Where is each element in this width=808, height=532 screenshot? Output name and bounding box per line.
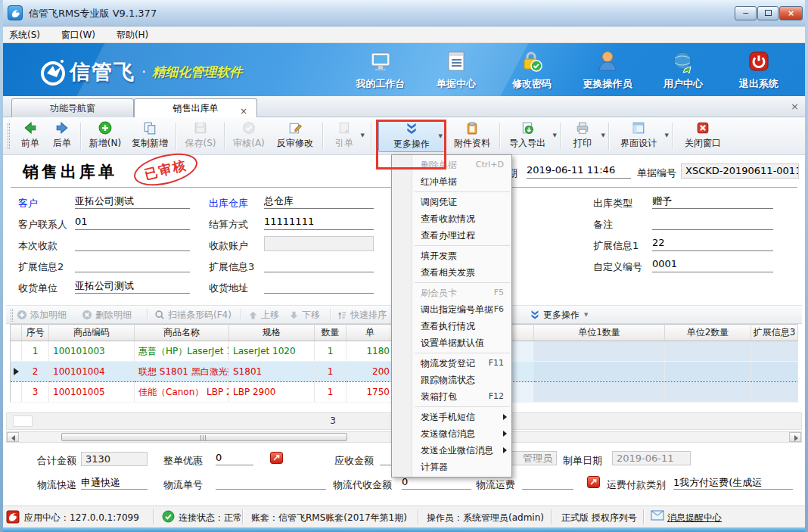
- scroll-right-button[interactable]: [789, 432, 801, 442]
- menu-item-red-reverse[interactable]: 红冲单据: [392, 173, 511, 190]
- address-field[interactable]: [264, 279, 374, 294]
- app-logo-icon: [8, 5, 23, 20]
- down-arrow-icon: [289, 310, 299, 320]
- double-chevron-down-icon: [530, 310, 540, 320]
- receivable-label: 应收金额: [334, 454, 374, 468]
- col-code[interactable]: 商品编码: [49, 325, 135, 341]
- menu-help[interactable]: 帮助(H): [107, 26, 157, 44]
- menu-system[interactable]: 系统(S): [0, 26, 49, 44]
- tab-function-nav[interactable]: 功能导航窗: [11, 98, 134, 117]
- unaudit-button[interactable]: 反审修改: [272, 120, 319, 152]
- row-marker-icon: [14, 368, 19, 375]
- cod-field[interactable]: 0: [402, 476, 471, 490]
- menu-item-view-execution[interactable]: 查看执行情况: [392, 318, 511, 334]
- tabstrip-close-icon[interactable]: ×: [791, 101, 799, 112]
- close-window-button[interactable]: 关闭窗口: [678, 120, 728, 152]
- exit-system-button[interactable]: 退出系统: [729, 49, 788, 91]
- consignee-field[interactable]: 亚拓公司测试: [75, 279, 190, 294]
- ui-design-button[interactable]: 界面设计 ▼: [614, 120, 663, 152]
- discount-tool-icon[interactable]: [270, 452, 283, 464]
- col-spec[interactable]: 规格: [229, 325, 315, 341]
- doc-date-field[interactable]: 2019-06-11 11:46: [527, 164, 631, 179]
- user-center-button[interactable]: 用户中心: [654, 49, 713, 91]
- col-ext3[interactable]: 扩展信息3: [751, 325, 798, 341]
- switch-operator-button[interactable]: 更换操作员: [578, 49, 637, 91]
- contact-field[interactable]: 01: [75, 216, 190, 230]
- next-doc-button[interactable]: 后单: [47, 120, 77, 152]
- account-label: 收款账户: [209, 239, 248, 253]
- col-price[interactable]: 单: [347, 325, 394, 341]
- menu-item-view-invoices[interactable]: 查看相关发票: [392, 264, 511, 281]
- change-password-button[interactable]: 修改密码: [502, 49, 561, 91]
- message-center-link[interactable]: 消息提醒中心: [667, 512, 722, 524]
- waybill-field[interactable]: [216, 476, 326, 490]
- warehouse-field[interactable]: 总仓库: [264, 194, 374, 209]
- globe-icon: [671, 49, 695, 73]
- menu-item-send-work-wechat[interactable]: 发送企业微信消息: [392, 442, 511, 459]
- menu-item-view-process[interactable]: 查看办理过程: [392, 227, 511, 244]
- new-doc-button[interactable]: 新增(N): [85, 120, 126, 152]
- import-export-button[interactable]: 导入导出 ▼: [504, 120, 551, 152]
- window-title: 信管飞RMS专业版 V9.1.377: [29, 7, 157, 20]
- freight-type-field[interactable]: 1我方付运费(生成运: [673, 476, 793, 490]
- print-button[interactable]: 打印 ▼: [566, 120, 599, 152]
- connection-status: 连接状态：正常: [179, 512, 242, 524]
- menu-item-load-doc-by-no[interactable]: 调出指定编号单据F6: [392, 301, 511, 318]
- menu-item-view-receipts[interactable]: 查看收款情况: [392, 210, 511, 227]
- menu-item-member-card: 刷会员卡F5: [392, 285, 511, 301]
- menu-item-packing[interactable]: 装箱打包F12: [392, 388, 511, 405]
- copy-new-button[interactable]: 复制新增: [127, 120, 172, 152]
- menu-item-track-logistics[interactable]: 跟踪物流状态: [392, 372, 511, 388]
- close-red-icon: [696, 121, 710, 135]
- save-button: 保存(S): [180, 120, 221, 152]
- ext3-field[interactable]: [264, 258, 374, 272]
- settlement-field[interactable]: 11111111: [264, 216, 374, 230]
- ext2-field[interactable]: [75, 258, 190, 272]
- customer-field[interactable]: 亚拓公司测试: [75, 194, 190, 209]
- col-unit2-qty[interactable]: 单位2数量: [665, 325, 751, 341]
- workbench-button[interactable]: 我的工作台: [351, 49, 410, 91]
- ext1-field[interactable]: 22: [652, 237, 773, 251]
- col-name[interactable]: 商品名称: [135, 325, 229, 341]
- menu-item-send-wechat[interactable]: 发送微信消息: [392, 425, 511, 442]
- menu-item-logistics-register[interactable]: 物流发货登记F11: [392, 355, 511, 372]
- menu-item-issue-invoice[interactable]: 填开发票: [392, 247, 511, 264]
- maximize-button[interactable]: [757, 6, 778, 20]
- license-status: 正式版 授权序列号: [561, 512, 637, 524]
- menu-item-set-defaults[interactable]: 设置单据默认值: [392, 334, 511, 351]
- outbound-type-field[interactable]: 赠予: [652, 194, 773, 209]
- custom-no-label: 自定义编号: [593, 260, 642, 274]
- menu-item-view-voucher[interactable]: 调阅凭证: [392, 194, 511, 210]
- freight-field[interactable]: [522, 476, 573, 490]
- col-unit1-qty[interactable]: 单位1数量: [534, 325, 665, 341]
- minimize-button[interactable]: ─: [735, 6, 757, 20]
- total-field: 3130: [81, 452, 148, 466]
- menu-item-send-sms[interactable]: 发送手机短信: [392, 409, 511, 425]
- close-button[interactable]: ×: [779, 6, 803, 20]
- menu-window[interactable]: 窗口(W): [52, 26, 104, 44]
- menu-bar: 系统(S) 窗口(W) 帮助(H): [0, 26, 808, 43]
- detail-more-actions-button[interactable]: 更多操作▼: [530, 306, 588, 324]
- account-set-status: 账套：信管飞RMS账套(2017年第1期): [251, 512, 407, 524]
- freight-tool-icon[interactable]: [587, 476, 600, 488]
- custom-no-field[interactable]: 0001: [652, 258, 773, 272]
- menu-item-calculator[interactable]: 计算器: [392, 459, 511, 475]
- express-field[interactable]: 申通快递: [81, 476, 148, 490]
- payment-field[interactable]: [75, 237, 190, 251]
- total-label: 合计金额: [37, 454, 76, 468]
- discount-field[interactable]: 0: [216, 452, 253, 465]
- attachments-button[interactable]: 附件资料: [449, 120, 495, 152]
- doc-pull-icon: [337, 121, 351, 135]
- col-index[interactable]: 序号: [22, 325, 49, 341]
- ext3-label: 扩展信息3: [209, 260, 254, 274]
- remark-field[interactable]: [652, 216, 773, 230]
- scrollbar-thumb[interactable]: [61, 433, 347, 441]
- col-qty[interactable]: 数量: [315, 325, 347, 341]
- doc-center-button[interactable]: 单据中心: [427, 49, 486, 91]
- tab-sales-outbound[interactable]: 销售出库单 ×: [134, 98, 257, 117]
- submenu-arrow-icon: [503, 414, 507, 420]
- prev-doc-button[interactable]: 前单: [15, 120, 45, 152]
- scroll-left-button[interactable]: [7, 432, 19, 442]
- brand-name: 信管飞: [70, 58, 135, 86]
- customer-label: 客户: [18, 197, 38, 210]
